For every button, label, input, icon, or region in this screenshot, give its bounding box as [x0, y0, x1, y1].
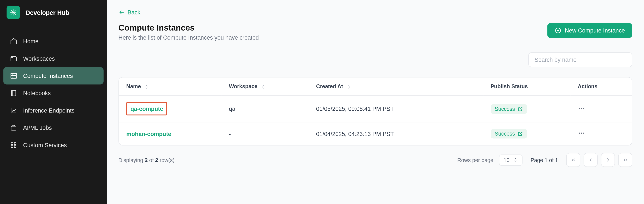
- instances-table: Name Workspace Created At Publish Status…: [118, 77, 632, 146]
- instance-name-link[interactable]: qa-compute: [126, 102, 167, 115]
- grid-icon: [10, 141, 17, 149]
- nav-label: AI/ML Jobs: [23, 124, 52, 131]
- page-info: Page 1 of 1: [531, 157, 558, 163]
- created-cell: 01/05/2025, 09:08:41 PM PST: [309, 95, 483, 122]
- prev-page-button[interactable]: [584, 153, 598, 167]
- row-actions-button[interactable]: [578, 104, 585, 112]
- server-icon: [10, 72, 17, 79]
- svg-point-12: [579, 108, 580, 109]
- external-link-icon: [518, 131, 523, 136]
- table-row: mohan-compute - 01/04/2025, 04:23:13 PM …: [119, 122, 632, 145]
- svg-rect-10: [14, 146, 16, 148]
- nav-label: Notebooks: [23, 90, 51, 96]
- chevron-left-icon: [588, 157, 594, 163]
- sidebar: Developer Hub Home Workspaces Compute In…: [0, 0, 107, 204]
- nav-label: Workspaces: [23, 55, 55, 62]
- button-label: New Compute Instance: [565, 27, 625, 34]
- back-link[interactable]: Back: [118, 9, 140, 16]
- page-header: Compute Instances Here is the list of Co…: [118, 23, 632, 41]
- jobs-icon: [10, 124, 17, 131]
- new-compute-instance-button[interactable]: New Compute Instance: [548, 23, 632, 38]
- sort-icon: [261, 84, 266, 89]
- status-badge[interactable]: Success: [490, 104, 527, 114]
- home-icon: [10, 37, 17, 45]
- nav: Home Workspaces Compute Instances Notebo…: [0, 25, 107, 161]
- search-input[interactable]: [528, 52, 632, 67]
- chevrons-right-icon: [622, 157, 628, 163]
- nav-item-custom-services[interactable]: Custom Services: [3, 136, 104, 154]
- nav-label: Home: [23, 38, 38, 44]
- main-content: Back Compute Instances Here is the list …: [107, 0, 644, 204]
- nav-item-aiml-jobs[interactable]: AI/ML Jobs: [3, 119, 104, 136]
- col-publish-status: Publish Status: [483, 77, 570, 95]
- nav-item-workspaces[interactable]: Workspaces: [3, 50, 104, 67]
- sidebar-header: Developer Hub: [0, 0, 107, 25]
- notebook-icon: [10, 90, 17, 97]
- table-row: qa-compute qa 01/05/2025, 09:08:41 PM PS…: [119, 95, 632, 122]
- first-page-button[interactable]: [566, 153, 580, 167]
- status-badge[interactable]: Success: [490, 129, 527, 138]
- instance-name-link[interactable]: mohan-compute: [126, 130, 171, 137]
- svg-rect-7: [11, 143, 13, 145]
- sort-icon: [144, 84, 149, 89]
- chevron-updown-icon: [513, 158, 518, 163]
- rows-per-page: Rows per page 10: [457, 154, 522, 166]
- col-actions: Actions: [570, 77, 632, 95]
- search-row: [118, 52, 632, 67]
- svg-rect-5: [12, 90, 16, 96]
- arrow-left-icon: [118, 9, 125, 16]
- svg-point-3: [12, 74, 12, 74]
- plus-circle-icon: [555, 27, 562, 34]
- sort-icon: [346, 84, 351, 89]
- svg-rect-0: [11, 57, 16, 61]
- svg-point-17: [583, 133, 584, 134]
- more-horizontal-icon: [578, 104, 585, 112]
- last-page-button[interactable]: [618, 153, 632, 167]
- nav-item-compute-instances[interactable]: Compute Instances: [3, 67, 104, 84]
- svg-point-13: [581, 108, 582, 109]
- nav-label: Custom Services: [23, 142, 67, 149]
- folder-icon: [10, 55, 17, 62]
- svg-rect-8: [14, 143, 16, 145]
- back-label: Back: [128, 9, 140, 16]
- workspace-cell: qa: [222, 95, 309, 122]
- nav-item-notebooks[interactable]: Notebooks: [3, 85, 104, 102]
- table-footer: Displaying 2 of 2 row(s) Rows per page 1…: [118, 153, 632, 167]
- brand-title: Developer Hub: [26, 9, 70, 16]
- created-cell: 01/04/2025, 04:23:13 PM PST: [309, 122, 483, 145]
- page-subtitle: Here is the list of Compute Instances yo…: [118, 34, 259, 41]
- page-title: Compute Instances: [118, 23, 259, 32]
- nav-item-home[interactable]: Home: [3, 32, 104, 50]
- external-link-icon: [518, 106, 523, 111]
- pager: [566, 153, 632, 167]
- nav-label: Inference Endpoints: [23, 107, 74, 114]
- more-horizontal-icon: [578, 129, 585, 137]
- svg-point-14: [583, 108, 584, 109]
- svg-point-16: [581, 133, 582, 134]
- next-page-button[interactable]: [601, 153, 615, 167]
- nav-item-inference-endpoints[interactable]: Inference Endpoints: [3, 102, 104, 119]
- chart-icon: [10, 107, 17, 114]
- svg-point-15: [579, 133, 580, 134]
- brand-logo: [7, 6, 20, 19]
- row-count-text: Displaying 2 of 2 row(s): [118, 157, 174, 163]
- svg-rect-6: [11, 126, 16, 130]
- col-created-at[interactable]: Created At: [309, 77, 483, 95]
- nav-label: Compute Instances: [23, 72, 73, 79]
- col-name[interactable]: Name: [119, 77, 222, 95]
- svg-rect-9: [11, 146, 13, 148]
- chevron-right-icon: [605, 157, 611, 163]
- chevrons-left-icon: [570, 157, 576, 163]
- workspace-cell: -: [222, 122, 309, 145]
- row-actions-button[interactable]: [578, 129, 585, 137]
- rows-per-page-select[interactable]: 10: [499, 154, 522, 166]
- col-workspace[interactable]: Workspace: [222, 77, 309, 95]
